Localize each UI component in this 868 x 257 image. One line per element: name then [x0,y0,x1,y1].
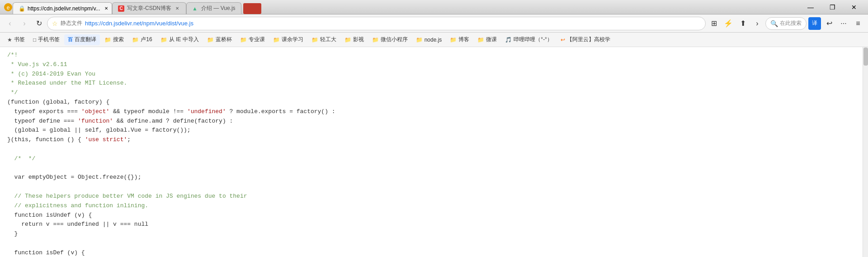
folder-icon: 📁 [273,37,280,43]
bilibili-icon: 🎵 [505,37,512,43]
folder-icon: 📁 [372,37,379,43]
tab-csdn[interactable]: C 写文章-CSDN博客 ✕ [112,2,186,14]
code-line-7: typeof exports === 'object' && typeof mo… [7,107,861,117]
bookmark-label: 搜索 [113,36,124,43]
tab-vuejs[interactable]: ▲ 介绍 — Vue.js [186,2,241,14]
menu-button[interactable]: ≡ [852,17,864,30]
code-line-2: * Vue.js v2.6.11 [7,60,861,70]
bookmark-wechat[interactable]: 📁 微信小程序 [368,34,411,45]
mobile-icon: □ [33,37,36,43]
nav-right-controls: ⊞ ⚡ ⬆ › 🔍 在此搜索 译 ↩ ··· ≡ [708,17,864,30]
back-arrow-button[interactable]: ↩ [823,17,835,30]
tab-label-2: 写文章-CSDN博客 [127,5,171,12]
folder-icon: 📁 [207,37,214,43]
bookmark-label: 书签 [14,36,25,43]
bookmark-label: 微课 [486,36,497,43]
bookmark-extracurr[interactable]: 📁 课余学习 [269,34,307,45]
folder-icon: 📁 [344,37,351,43]
bookmark-label: 手机书签 [38,36,60,43]
more-arrow-button[interactable]: › [751,17,764,30]
favorites-star-icon[interactable]: ☆ [52,20,58,27]
title-bar-left: e [4,3,13,12]
address-input[interactable] [85,20,701,27]
bookmark-lu16[interactable]: 📁 卢16 [128,34,156,45]
new-tab-area [243,3,261,14]
bookmark-label: 轻工大 [320,36,336,43]
sidebar-button[interactable]: ⊞ [708,17,720,30]
bookmark-lanqiao[interactable]: 📁 蓝桥杯 [203,34,236,45]
bookmark-qinggong[interactable]: 📁 轻工大 [308,34,340,45]
folder-icon: 📁 [311,37,318,43]
share-button[interactable]: ⬆ [736,17,749,30]
bookmark-course[interactable]: 📁 微课 [474,34,500,45]
lightning-button[interactable]: ⚡ [722,17,735,30]
content-area[interactable]: /*! * Vue.js v2.6.11 * (c) 2014-2019 Eva… [0,47,868,257]
address-bar[interactable]: ☆ 静态文件 [47,17,706,30]
code-line-10: }(this, function () { 'use strict'; [7,135,861,145]
translate-button[interactable]: 译 [808,17,821,30]
code-line-20: } [7,229,861,239]
bookmark-aliyun[interactable]: ↩ 【阿里云】高校学 [557,34,614,45]
code-line-14: var emptyObject = Object.freeze({}); [7,173,861,182]
bookmark-bilibili[interactable]: 🎵 哔哩哔哩（°-°） [501,34,556,45]
bookmark-blog[interactable]: 📁 博客 [446,34,473,45]
folder-icon: 📁 [477,37,484,43]
code-line-8: typeof define === 'function' && define.a… [7,117,861,126]
tab-favicon-1: 🔒 [19,5,25,12]
tab-close-1[interactable]: ✕ [103,5,109,12]
bookmark-major[interactable]: 📁 专业课 [236,34,269,45]
bookmark-video[interactable]: 📁 影视 [341,34,368,45]
more-options-button[interactable]: ··· [837,17,850,30]
bookmark-label: 影视 [353,36,364,43]
scrollbar[interactable] [863,47,868,257]
window-controls: — ❐ ✕ [800,0,864,14]
tab-close-2[interactable]: ✕ [174,5,180,12]
folder-icon: 📁 [416,37,423,43]
bookmark-search[interactable]: 📁 搜索 [101,34,127,45]
bookmark-label: 【阿里云】高校学 [567,36,610,43]
bookmark-label: 专业课 [249,36,265,43]
code-line-19: return v === undefined || v === null [7,220,861,229]
search-bar[interactable]: 🔍 在此搜索 [765,17,807,30]
code-line-12: /* */ [7,154,861,164]
browser-icon: e [4,3,13,12]
bookmarks-bar: ★ 书签 □ 手机书签 百 百度翻译 📁 搜索 📁 卢16 📁 从 IE 中导入… [0,33,868,47]
close-button[interactable]: ✕ [844,0,864,14]
code-line-4: * Released under the MIT License. [7,79,861,88]
baidu-icon: 百 [68,36,73,43]
code-line-21 [7,239,861,248]
bookmark-nodejs[interactable]: 📁 node.js [412,34,446,45]
static-file-label: 静态文件 [61,19,82,27]
restore-button[interactable]: ❐ [822,0,843,14]
code-line-22: function isDef (v) { [7,248,861,257]
bookmark-bookmarks[interactable]: ★ 书签 [4,34,28,45]
aliyun-icon: ↩ [561,37,565,43]
tabs-container: 🔒 https://cdn.jsdelivr.net/npm/v... ✕ C … [13,0,797,14]
bookmark-label: 百度翻译 [75,36,96,43]
refresh-button[interactable]: ↻ [33,17,45,30]
bookmark-ie[interactable]: 📁 从 IE 中导入 [157,34,203,45]
tab-favicon-2: C [118,5,124,12]
tab-jsdelivr[interactable]: 🔒 https://cdn.jsdelivr.net/npm/v... ✕ [13,2,112,14]
code-line-1: /*! [7,51,861,60]
back-button[interactable]: ‹ [4,17,16,30]
code-line-11 [7,145,861,154]
bookmark-label: 哔哩哔哩（°-°） [514,36,552,43]
bookmark-baidu[interactable]: 百 百度翻译 [64,34,100,45]
code-line-9: (global = global || self, global.Vue = f… [7,126,861,135]
tab-label-3: 介绍 — Vue.js [201,5,236,12]
forward-button[interactable]: › [18,17,31,30]
bookmark-mobile[interactable]: □ 手机书签 [29,34,63,45]
folder-icon: 📁 [240,37,247,43]
code-line-16: // These helpers produce better VM code … [7,192,861,201]
bookmark-label: 卢16 [141,36,152,43]
bookmark-label: node.js [425,37,442,43]
translate-label: 译 [812,19,817,27]
nav-bar: ‹ › ↻ ☆ 静态文件 ⊞ ⚡ ⬆ › 🔍 在此搜索 译 ↩ ··· ≡ [0,14,868,33]
code-line-17: // explicitness and function inlining. [7,201,861,211]
folder-icon: 📁 [104,37,111,43]
scrollbar-thumb[interactable] [863,48,868,66]
minimize-button[interactable]: — [800,0,821,14]
title-bar: e 🔒 https://cdn.jsdelivr.net/npm/v... ✕ … [0,0,868,14]
bookmark-label: 蓝桥杯 [216,36,232,43]
